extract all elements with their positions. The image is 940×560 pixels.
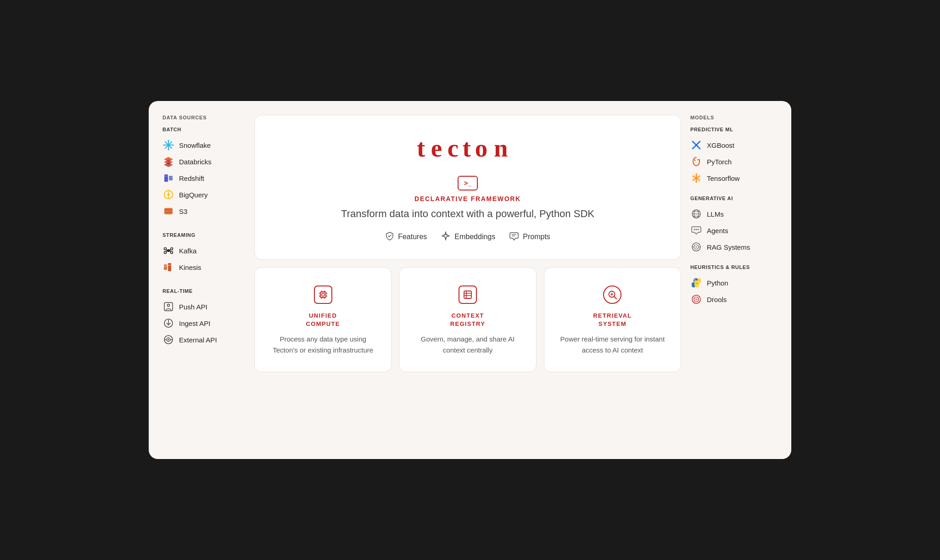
retrieval-system-card: RETRIEVALSYSTEM Power real-time serving … (544, 267, 681, 372)
right-item-drools[interactable]: Drools (690, 291, 778, 308)
feature-cards-grid: UNIFIEDCOMPUTE Process any data type usi… (254, 267, 681, 372)
tensorflow-icon (690, 172, 702, 184)
svg-rect-18 (164, 209, 173, 211)
right-item-llms[interactable]: LLMs (690, 206, 778, 222)
center-content: t e c t o n >_ (254, 115, 681, 445)
s3-icon (162, 205, 174, 217)
unified-compute-title: UNIFIEDCOMPUTE (268, 312, 378, 328)
terminal-icon-wrapper: >_ (273, 176, 662, 190)
svg-point-85 (698, 229, 699, 230)
kinesis-icon (162, 261, 174, 273)
sidebar-item-s3[interactable]: S3 (162, 203, 245, 219)
svg-point-72 (695, 144, 698, 146)
heuristics-label: HEURISTICS & RULES (690, 264, 778, 270)
svg-rect-29 (164, 264, 167, 270)
svg-point-73 (694, 160, 696, 161)
prompts-tag: Prompts (509, 231, 550, 243)
svg-text:c: c (447, 134, 458, 161)
ingest-api-icon (162, 317, 174, 329)
svg-line-28 (170, 251, 171, 252)
sidebar-item-kafka[interactable]: Kafka (162, 242, 245, 259)
hero-subtitle: Transform data into context with a power… (273, 208, 662, 220)
streaming-label: STREAMING (162, 232, 245, 238)
registry-icon (457, 284, 478, 305)
pytorch-icon (690, 156, 702, 168)
hero-tags: Features Embeddings (273, 231, 662, 243)
data-sources-title: DATA SOURCES (162, 115, 245, 120)
agents-icon (690, 224, 702, 236)
databricks-label: Databricks (179, 158, 212, 166)
external-api-icon (162, 334, 174, 346)
sidebar-item-databricks[interactable]: Databricks (162, 153, 245, 170)
embeddings-label: Embeddings (454, 233, 495, 241)
svg-point-92 (697, 286, 698, 286)
right-item-rag-systems[interactable]: RAG Systems (690, 239, 778, 255)
svg-rect-53 (322, 293, 325, 296)
svg-rect-31 (164, 266, 167, 267)
svg-line-48 (444, 234, 445, 235)
python-icon (690, 277, 702, 289)
snowflake-icon (162, 139, 174, 151)
batch-label: BATCH (162, 127, 245, 132)
right-item-tensorflow[interactable]: Tensorflow (690, 170, 778, 186)
kinesis-label: Kinesis (179, 263, 201, 271)
svg-rect-30 (168, 263, 171, 271)
svg-point-84 (696, 229, 697, 230)
models-title: MODELS (690, 115, 778, 120)
drools-label: Drools (707, 296, 727, 303)
databricks-icon (162, 156, 174, 168)
llms-icon (690, 208, 702, 220)
sidebar-item-ingest-api[interactable]: Ingest API (162, 315, 245, 331)
llms-label: LLMs (707, 210, 724, 218)
retrieval-system-title: RETRIEVALSYSTEM (557, 312, 668, 328)
features-label: Features (398, 233, 427, 241)
drools-icon (690, 293, 702, 305)
predictive-ml-group: PREDICTIVE ML XGBoost (690, 127, 778, 186)
s3-label: S3 (179, 207, 187, 215)
realtime-label: REAL-TIME (162, 288, 245, 294)
right-item-agents[interactable]: Agents (690, 222, 778, 239)
right-item-python[interactable]: Python (690, 274, 778, 291)
context-registry-card: CONTEXTREGISTRY Govern, manage, and shar… (399, 267, 536, 372)
right-item-pytorch[interactable]: PyTorch (690, 153, 778, 170)
sidebar-item-external-api[interactable]: External API (162, 331, 245, 348)
svg-point-4 (168, 140, 169, 141)
agents-label: Agents (707, 227, 728, 235)
right-sidebar: MODELS PREDICTIVE ML XGBoost (690, 115, 778, 445)
snowflake-label: Snowflake (179, 141, 211, 149)
terminal-icon: >_ (458, 176, 478, 190)
svg-point-20 (167, 249, 170, 252)
unified-compute-card: UNIFIEDCOMPUTE Process any data type usi… (254, 267, 392, 372)
svg-point-88 (695, 246, 697, 248)
sidebar-item-bigquery[interactable]: BigQuery (162, 186, 245, 203)
sidebar-item-kinesis[interactable]: Kinesis (162, 259, 245, 275)
push-api-label: Push API (179, 303, 207, 311)
sidebar-item-redshift[interactable]: Redshift (162, 170, 245, 186)
right-item-xgboost[interactable]: XGBoost (690, 137, 778, 153)
retrieval-system-desc: Power real-time serving for instant acce… (557, 334, 668, 355)
svg-rect-17 (164, 208, 173, 214)
external-api-label: External API (179, 336, 217, 344)
realtime-group: REAL-TIME Push API (162, 288, 245, 348)
svg-rect-14 (169, 177, 173, 178)
svg-line-27 (166, 251, 167, 252)
svg-rect-13 (164, 175, 168, 177)
svg-text:t: t (417, 134, 425, 161)
svg-line-67 (614, 297, 616, 299)
ingest-api-label: Ingest API (179, 319, 210, 327)
python-label: Python (707, 279, 728, 287)
svg-point-7 (173, 145, 174, 146)
left-sidebar: DATA SOURCES BATCH (162, 115, 245, 445)
generative-ai-label: GENERATIVE AI (690, 196, 778, 201)
rag-systems-icon (690, 241, 702, 253)
svg-rect-19 (164, 212, 173, 213)
sidebar-item-snowflake[interactable]: Snowflake (162, 137, 245, 153)
sidebar-item-push-api[interactable]: Push API (162, 298, 245, 315)
svg-text:t: t (462, 134, 471, 161)
xgboost-label: XGBoost (707, 141, 734, 149)
tensorflow-label: Tensorflow (707, 174, 740, 182)
kafka-icon (162, 245, 174, 257)
retrieval-icon (602, 284, 623, 305)
svg-point-41 (168, 339, 169, 341)
svg-line-25 (166, 249, 167, 251)
